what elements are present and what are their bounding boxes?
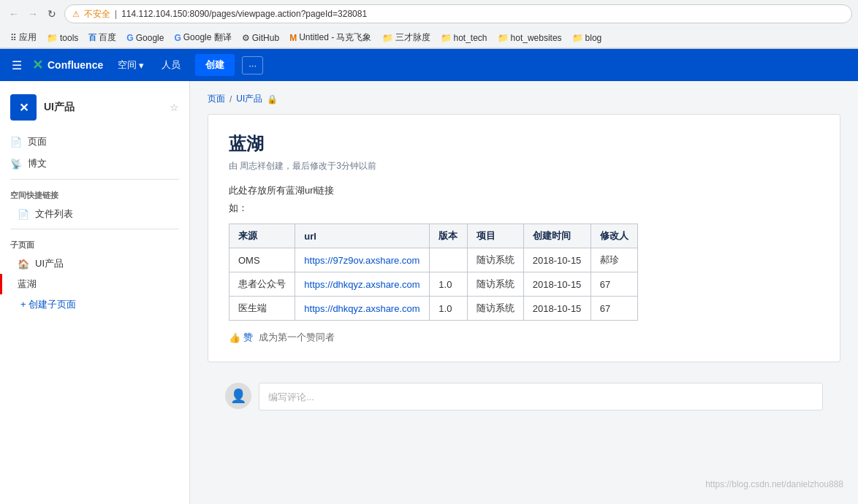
header-nav: 空间 ▾ 人员 bbox=[110, 54, 188, 76]
cell-created-1: 2018-10-15 bbox=[523, 272, 591, 297]
cell-url-2: https://dhkqyz.axshare.com bbox=[295, 297, 430, 321]
space-title: UI产品 bbox=[44, 101, 162, 114]
url-separator: | bbox=[115, 9, 117, 19]
comment-avatar: 👤 bbox=[225, 383, 251, 409]
ui-product-icon: 🏠 bbox=[18, 259, 29, 270]
quick-links-title: 空间快捷链接 bbox=[0, 184, 189, 204]
url-link-2[interactable]: https://dhkqyz.axshare.com bbox=[304, 303, 419, 314]
space-logo-text: ✕ bbox=[19, 101, 29, 115]
cell-modifier-1: 67 bbox=[591, 272, 637, 297]
google-icon: G bbox=[126, 33, 133, 43]
sidebar-item-ui-product[interactable]: 🏠 UI产品 bbox=[0, 253, 189, 274]
url-link-0[interactable]: https://97z9ov.axshare.com bbox=[304, 255, 419, 266]
google-label: Google bbox=[136, 33, 164, 43]
breadcrumb-pages[interactable]: 页面 bbox=[208, 93, 225, 105]
sidebar-item-blog[interactable]: 📡 博文 bbox=[0, 153, 189, 175]
file-list-icon: 📄 bbox=[18, 209, 29, 220]
spaces-nav-item[interactable]: 空间 ▾ bbox=[110, 54, 151, 76]
page-meta: 由 周志祥创建，最后修改于3分钟以前 bbox=[229, 160, 819, 172]
people-label: 人员 bbox=[162, 58, 181, 72]
bookmark-tools[interactable]: 📁 tools bbox=[42, 31, 83, 45]
page-example-label: 如： bbox=[229, 202, 819, 215]
cell-created-2: 2018-10-15 bbox=[523, 297, 591, 321]
bookmark-hot-websites[interactable]: 📁 hot_websites bbox=[493, 31, 566, 45]
address-bar[interactable]: ⚠ 不安全 | 114.112.104.150:8090/pages/viewp… bbox=[64, 4, 852, 23]
bookmark-sancai[interactable]: 📁 三才脉度 bbox=[378, 30, 435, 45]
confluence-header: ☰ ✕ Confluence 空间 ▾ 人员 创建 ··· bbox=[0, 49, 858, 81]
lanhhu-label: 蓝湖 bbox=[18, 278, 37, 291]
table-header-project: 项目 bbox=[467, 224, 523, 248]
cell-source-0: OMS bbox=[229, 248, 295, 272]
browser-chrome: ← → ↻ ⚠ 不安全 | 114.112.104.150:8090/pages… bbox=[0, 0, 858, 49]
pages-label: 页面 bbox=[28, 135, 47, 148]
nav-buttons: ← → ↻ bbox=[6, 6, 60, 22]
forward-button[interactable]: → bbox=[25, 6, 41, 22]
bookmark-github[interactable]: ⚙ GitHub bbox=[238, 31, 284, 45]
hotwebsites-folder-icon: 📁 bbox=[498, 33, 509, 43]
baidu-label: 百度 bbox=[99, 31, 116, 44]
back-button[interactable]: ← bbox=[6, 6, 22, 22]
url-link-1[interactable]: https://dhkqyz.axshare.com bbox=[304, 279, 419, 290]
page-card: 蓝湖 由 周志祥创建，最后修改于3分钟以前 此处存放所有蓝湖url链接 如： 来… bbox=[208, 114, 840, 362]
comment-section: 👤 编写评论... bbox=[208, 374, 840, 419]
comment-input[interactable]: 编写评论... bbox=[259, 383, 823, 411]
cell-project-2: 随访系统 bbox=[467, 297, 523, 321]
sidebar-divider-2 bbox=[10, 229, 179, 229]
bookmark-baidu[interactable]: 百 百度 bbox=[84, 30, 121, 45]
cell-modifier-0: 郝珍 bbox=[591, 248, 637, 272]
cell-version-1: 1.0 bbox=[430, 272, 467, 297]
ui-product-label: UI产品 bbox=[35, 257, 64, 270]
sidebar-item-file-list[interactable]: 📄 文件列表 bbox=[0, 204, 189, 224]
table-row: 医生端 https://dhkqyz.axshare.com 1.0 随访系统 … bbox=[229, 297, 638, 321]
sidebar-divider-1 bbox=[10, 179, 179, 180]
apps-label: 应用 bbox=[19, 31, 37, 44]
makefeixiang-icon: M bbox=[289, 33, 297, 43]
blog-label: blog bbox=[585, 33, 602, 43]
content-area: 页面 / UI产品 🔒 蓝湖 由 周志祥创建，最后修改于3分钟以前 此处存放所有… bbox=[190, 81, 858, 504]
main-layout: ✕ UI产品 ☆ 📄 页面 📡 博文 空间快捷链接 📄 文件列表 子页面 🏠 U… bbox=[0, 81, 858, 504]
sidebar-item-lanhhu[interactable]: 蓝湖 bbox=[0, 274, 189, 294]
more-button[interactable]: ··· bbox=[242, 56, 263, 75]
table-header-source: 来源 bbox=[229, 224, 295, 248]
logo-x-icon: ✕ bbox=[32, 57, 43, 73]
hot-tech-label: hot_tech bbox=[454, 33, 487, 43]
browser-toolbar: ← → ↻ ⚠ 不安全 | 114.112.104.150:8090/pages… bbox=[0, 0, 858, 28]
hamburger-button[interactable]: ☰ bbox=[9, 56, 25, 75]
logo-text: Confluence bbox=[48, 59, 103, 71]
blog-nav-label: 博文 bbox=[28, 157, 47, 170]
pages-icon: 📄 bbox=[10, 137, 22, 148]
cell-source-1: 患者公众号 bbox=[229, 272, 295, 297]
avatar-icon: 👤 bbox=[230, 388, 246, 404]
reload-button[interactable]: ↻ bbox=[44, 6, 60, 22]
sancai-label: 三才脉度 bbox=[395, 31, 430, 44]
table-row: 患者公众号 https://dhkqyz.axshare.com 1.0 随访系… bbox=[229, 272, 638, 297]
bookmark-hot-tech[interactable]: 📁 hot_tech bbox=[436, 31, 492, 45]
table-header-modifier: 修改人 bbox=[591, 224, 637, 248]
table-header-version: 版本 bbox=[430, 224, 467, 248]
github-icon: ⚙ bbox=[242, 33, 250, 43]
bookmark-google[interactable]: G Google bbox=[122, 31, 168, 45]
create-button[interactable]: 创建 bbox=[195, 54, 235, 76]
bookmark-apps[interactable]: ⠿ 应用 bbox=[6, 30, 41, 45]
table-row: OMS https://97z9ov.axshare.com 随访系统 2018… bbox=[229, 248, 638, 272]
breadcrumb-ui-product[interactable]: UI产品 bbox=[236, 93, 262, 105]
table-header-created: 创建时间 bbox=[523, 224, 591, 248]
people-nav-item[interactable]: 人员 bbox=[154, 54, 188, 76]
blog-folder-icon: 📁 bbox=[572, 33, 583, 43]
table-header-url: url bbox=[295, 224, 430, 248]
apps-icon: ⠿ bbox=[10, 33, 17, 43]
page-description: 此处存放所有蓝湖url链接 bbox=[229, 184, 819, 197]
space-logo: ✕ bbox=[10, 94, 37, 121]
translate-label: Google 翻译 bbox=[183, 31, 232, 44]
like-button[interactable]: 👍 赞 bbox=[229, 331, 253, 344]
blog-nav-icon: 📡 bbox=[10, 159, 22, 169]
bookmark-untitled[interactable]: M Untitled - 马克飞象 bbox=[285, 30, 376, 45]
like-label: 赞 bbox=[243, 331, 253, 344]
create-child-label: + 创建子页面 bbox=[20, 298, 76, 311]
cell-url-0: https://97z9ov.axshare.com bbox=[295, 248, 430, 272]
bookmark-blog[interactable]: 📁 blog bbox=[568, 31, 607, 45]
bookmark-translate[interactable]: G Google 翻译 bbox=[170, 30, 235, 45]
star-button[interactable]: ☆ bbox=[170, 102, 179, 113]
sidebar-item-pages[interactable]: 📄 页面 bbox=[0, 131, 189, 153]
create-child-page-button[interactable]: + 创建子页面 bbox=[0, 294, 189, 315]
